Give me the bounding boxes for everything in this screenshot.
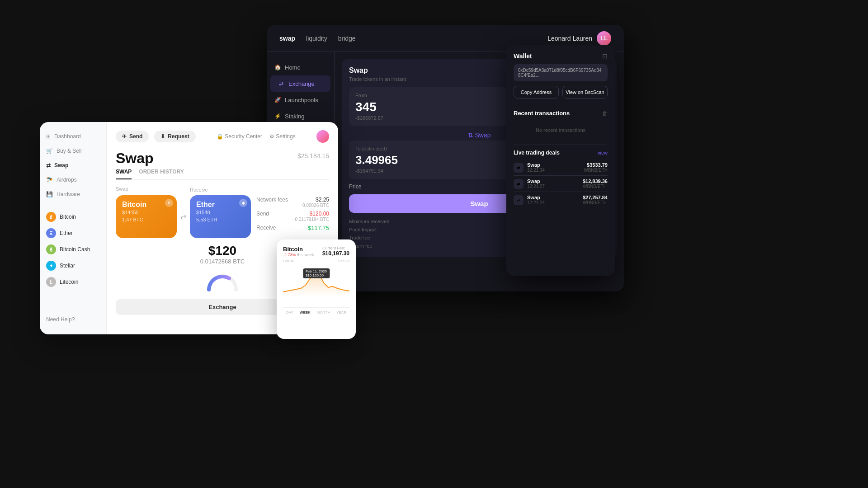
- white-swap-tabs: SWAP ORDER HISTORY: [116, 169, 329, 180]
- live-deals-view-link[interactable]: view: [598, 150, 608, 155]
- recent-tx-trash-icon[interactable]: 🗑: [602, 110, 608, 117]
- fee-send-sub: - 0.01179194 BTC: [292, 217, 329, 222]
- dark-price-label: Price: [349, 183, 361, 190]
- btc-card-amount: 1.47 BTC: [122, 217, 170, 222]
- deal-left-2: ⇄ Swap 12:21:27: [514, 178, 545, 189]
- sidebar-dashboard-label: Dashboard: [54, 133, 81, 140]
- dashboard-icon: ⊞: [46, 133, 51, 140]
- chart-date-labels: Feb 18 Feb 25: [283, 259, 349, 263]
- wallet-title: Wallet: [514, 52, 532, 60]
- request-button[interactable]: ⬇ Request: [154, 131, 195, 142]
- buy-sell-icon: 🛒: [46, 148, 53, 154]
- topbar-center: 🔒 Security Center ⚙ Settings: [217, 133, 296, 140]
- btc-popup-period: -2.73% this week: [283, 253, 314, 257]
- deal-amount-3: $27,257.84 WBNB/ETH: [583, 195, 608, 205]
- tab-order-history[interactable]: ORDER HISTORY: [139, 169, 184, 179]
- dark-user-info: Leonard Lauren LL: [547, 31, 611, 46]
- sidebar-crypto-bitcoin[interactable]: ₿ Bitcoin: [40, 209, 106, 225]
- send-button[interactable]: ✈ Send: [116, 131, 149, 142]
- deal-row-3: ⇄ Swap 12:21:24 $27,257.84 WBNB/ETH: [514, 192, 608, 208]
- sidebar-crypto-litecoin[interactable]: Ł Litecoin: [40, 274, 106, 290]
- deal-amount-2: $12,839.36 WBNB/ETH: [583, 178, 608, 189]
- exchange-icon: ⇄: [278, 80, 285, 87]
- dark-min-received-label: Minimum received: [349, 219, 389, 224]
- sidebar-hardware[interactable]: 💾 Hardware: [40, 187, 106, 202]
- dark-sidebar-home[interactable]: 🏠 Home: [267, 59, 334, 75]
- dark-sidebar-launchpools[interactable]: 🚀 Launchpools: [267, 92, 334, 108]
- nav-tab-bridge[interactable]: bridge: [338, 33, 356, 44]
- dark-sidebar-home-label: Home: [285, 64, 301, 71]
- btc-popup-header: Bitcoin -2.73% this week Current Fee: $1…: [283, 246, 349, 257]
- tab-day[interactable]: DAY: [286, 310, 293, 314]
- btc-badge: 8: [165, 199, 173, 207]
- deal-row-2: ⇄ Swap 12:21:27 $12,839.36 WBNB/ETH: [514, 176, 608, 192]
- chart-tooltip: Feb 11, 2020 $10,165.00: [303, 268, 330, 278]
- fee-network-sub: 0.00026 BTC: [302, 203, 329, 208]
- dark-user-avatar: LL: [597, 31, 611, 46]
- tab-year[interactable]: YEAR: [336, 310, 346, 314]
- xlm-crypto-icon: ✦: [46, 261, 56, 271]
- fee-send-row: Send - $120.00 - 0.01179194 BTC: [256, 209, 329, 223]
- sidebar-buy-sell[interactable]: 🛒 Buy & Sell: [40, 144, 106, 158]
- sidebar-crypto-stellar[interactable]: ✦ Stellar: [40, 258, 106, 274]
- airdrops-icon: 🪂: [46, 177, 53, 183]
- chart-date-right: Feb 25: [338, 259, 349, 263]
- white-sidebar: ⊞ Dashboard 🛒 Buy & Sell ⇄ Swap 🪂 Airdro…: [40, 122, 107, 334]
- topbar-actions: ✈ Send ⬇ Request: [116, 131, 196, 142]
- need-help-link[interactable]: Need Help?: [40, 312, 106, 327]
- swap-main-row: Swap 8 Bitcoin $14450 1.47 BTC ⇄ Receive: [116, 186, 329, 238]
- bitcoin-crypto-icon: ₿: [46, 212, 56, 222]
- copy-address-button[interactable]: Copy Address: [514, 86, 559, 99]
- sidebar-crypto-ether[interactable]: Ξ Ether: [40, 225, 106, 241]
- send-label: Send: [129, 133, 142, 140]
- swap-direction-arrow: ⇄: [180, 212, 186, 221]
- wallet-buttons: Copy Address View on BscScan: [514, 86, 608, 99]
- btc-popup-right: Current Fee: $10,197.30: [322, 246, 349, 257]
- sidebar-swap[interactable]: ⇄ Swap: [40, 158, 106, 173]
- dark-sidebar-exchange[interactable]: ⇄ Exchange: [270, 75, 330, 92]
- fee-details-col: Network fees $2.25 0.00026 BTC Send - $1…: [256, 186, 329, 233]
- deal-row-1: ⇄ Swap 12:21:34 $3533.79 WBNB/ETH: [514, 160, 608, 176]
- sidebar-crypto-bch[interactable]: ₿ Bitcoin Cash: [40, 241, 106, 258]
- bitcoin-card[interactable]: 8 Bitcoin $14450 1.47 BTC: [116, 195, 177, 238]
- gauge-chart: [204, 269, 241, 292]
- bitcoin-crypto-label: Bitcoin: [60, 214, 76, 220]
- dark-trade-fee-label: Trade fee: [349, 235, 370, 240]
- tab-month[interactable]: MONTH: [317, 310, 330, 314]
- btc-price-popup: Bitcoin -2.73% this week Current Fee: $1…: [277, 239, 356, 339]
- settings-link[interactable]: ⚙ Settings: [269, 133, 296, 140]
- view-on-bscscan-button[interactable]: View on BscScan: [562, 86, 608, 99]
- sidebar-airdrops[interactable]: 🪂 Airdrops: [40, 173, 106, 187]
- eth-card-wrapper: Receive ◆ Ether $1548 5.53 ETH: [190, 195, 251, 238]
- tab-swap[interactable]: SWAP: [116, 169, 132, 179]
- deal-time-1: 12:21:34: [527, 168, 545, 173]
- btc-popup-change: -2.73%: [283, 253, 296, 257]
- btc-card-value: $14450: [122, 210, 170, 215]
- fee-receive-row: Receive $117.75: [256, 223, 329, 233]
- ether-card[interactable]: ◆ Ether $1548 5.53 ETH: [190, 195, 251, 238]
- btc-popup-price: $10,197.30: [322, 250, 349, 257]
- deal-left-3: ⇄ Swap 12:21:24: [514, 195, 545, 205]
- ltc-crypto-icon: Ł: [46, 277, 56, 287]
- security-center-link[interactable]: 🔒 Security Center: [217, 133, 262, 140]
- tab-week[interactable]: WEEK: [300, 310, 311, 314]
- deal-amount-1: $3533.79 WBNB/ETH: [584, 162, 608, 173]
- deal-icon-1: ⇄: [514, 163, 524, 173]
- deal-type-3: Swap: [527, 195, 545, 200]
- deal-time-2: 12:21:27: [527, 184, 545, 189]
- wallet-settings-icon[interactable]: ⊡: [602, 52, 608, 60]
- sidebar-dashboard[interactable]: ⊞ Dashboard: [40, 129, 106, 144]
- deal-icon-2: ⇄: [514, 179, 524, 189]
- rocket-icon: 🚀: [274, 96, 281, 103]
- dark-username: Leonard Lauren: [547, 35, 592, 42]
- fee-network-label: Network fees: [256, 197, 288, 208]
- deal-type-2: Swap: [527, 178, 545, 184]
- dark-sidebar-staking-label: Staking: [285, 113, 304, 120]
- eth-card-name: Ether: [196, 201, 245, 209]
- btc-popup-title: Bitcoin: [283, 246, 314, 253]
- live-deals-header: Live trading deals view: [514, 150, 608, 156]
- bch-crypto-label: Bitcoin Cash: [60, 246, 90, 253]
- eth-card-value: $1548: [196, 210, 245, 215]
- nav-tab-swap[interactable]: swap: [279, 33, 295, 44]
- nav-tab-liquidity[interactable]: liquidity: [306, 33, 327, 44]
